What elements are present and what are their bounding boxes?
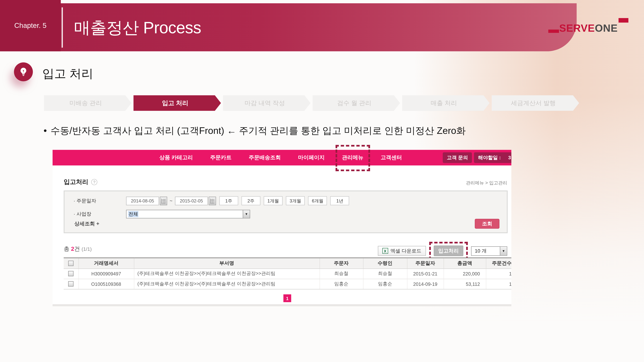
nav-item-order-shipping[interactable]: 주문배송조회 <box>249 154 281 161</box>
cell-total-amount: 53,112 <box>444 279 486 289</box>
pagination-page-1[interactable]: 1 <box>284 294 291 302</box>
date-range-tilde: ~ <box>170 198 172 204</box>
logo-underscore-mark <box>548 30 559 33</box>
dropdown-arrow-icon[interactable]: ▼ <box>243 210 250 218</box>
column-header-statement: 거래명세서 <box>78 258 134 268</box>
bullet-text: •수동/반자동 고객사 입고 처리 (고객Front) ← 주기적 관리를 통한… <box>44 124 466 137</box>
business-site-value: 전체 <box>128 211 138 217</box>
chapter-block: Chapter. 5 <box>0 0 61 51</box>
calendar-icon[interactable] <box>209 196 216 205</box>
cell-statement-id: H3000909497 <box>78 268 134 279</box>
date-from-input[interactable] <box>126 196 159 205</box>
cell-department: (주)테크팩솔루션 이천공장>>(주)테크팩솔루션 이천공장>>관리팀 <box>134 279 320 289</box>
breadcrumb: 관리메뉴 > 입고관리 <box>466 180 507 186</box>
receive-button-highlight-annotation: 입고처리 <box>429 242 468 260</box>
order-date-label: · 주문일자 <box>74 197 126 204</box>
excel-download-label: 엑셀 다운로드 <box>390 247 422 254</box>
column-header-receiver: 수령인 <box>363 258 407 268</box>
section-title: 입고 처리 <box>42 66 93 82</box>
total-suffix: 건 <box>74 246 82 252</box>
column-header-department: 부서명 <box>134 258 320 268</box>
todo-button[interactable]: 해야할일 : 3 <box>474 152 512 163</box>
receive-process-button[interactable]: 입고처리 <box>434 246 463 256</box>
nav-item-admin-menu[interactable]: 관리메뉴 <box>342 154 363 161</box>
process-flow: 미배송 관리 입고 처리 마감 내역 작성 검수 월 관리 매출 처리 세금계산… <box>44 95 579 111</box>
period-button-6month[interactable]: 6개월 <box>308 196 327 205</box>
detail-search-toggle[interactable]: 상세조회 + <box>74 220 99 227</box>
serveone-logo: SERVE ONE <box>548 22 628 34</box>
todo-label: 해야할일 : <box>478 154 501 161</box>
bullet-marker: • <box>44 125 47 136</box>
help-icon[interactable]: ? <box>91 179 97 185</box>
todo-count: 3 <box>508 155 511 160</box>
logo-one-text: ONE <box>595 22 618 34</box>
period-button-3month[interactable]: 3개월 <box>286 196 305 205</box>
result-summary: 총 2건 (1/1) <box>64 246 92 253</box>
cell-order-date: 2015-01-21 <box>407 268 444 279</box>
process-step-inspection: 검수 월 관리 <box>312 95 400 111</box>
select-all-checkbox[interactable] <box>68 261 74 266</box>
column-header-orderer: 주문자 <box>320 258 363 268</box>
period-button-1month[interactable]: 1개월 <box>264 196 283 205</box>
column-header-order-date: 주문일자 <box>407 258 444 268</box>
process-step-tax-invoice: 세금계산서 발행 <box>492 95 579 111</box>
cell-statement-id: O1005109368 <box>78 279 134 289</box>
period-button-1week[interactable]: 1주 <box>219 196 238 205</box>
cell-order-count: 1 <box>486 268 511 279</box>
business-site-select[interactable]: 전체 ▼ <box>126 210 250 218</box>
nav-item-customer-center[interactable]: 고객센터 <box>380 154 402 161</box>
cell-order-date: 2014-09-19 <box>407 279 444 289</box>
total-prefix: 총 <box>64 246 71 252</box>
dropdown-arrow-icon[interactable]: ▼ <box>500 247 507 255</box>
cell-department: (주)테크팩솔루션 이천공장>>(주)테크팩솔루션 이천공장>>관리팀 <box>134 268 320 279</box>
nav-item-mypage[interactable]: 마이페이지 <box>298 154 325 161</box>
period-button-2week[interactable]: 2주 <box>242 196 260 205</box>
site-nav-bar: 상품 카테고리 주문카트 주문배송조회 마이페이지 관리메뉴 고객센터 고객 문… <box>52 150 512 166</box>
process-step-unshipped: 미배송 관리 <box>44 95 132 111</box>
select-all-header <box>64 258 78 268</box>
order-date-row: · 주문일자 ~ 1주 2주 1개월 3개월 6개월 1년 <box>74 196 349 205</box>
row-checkbox[interactable] <box>68 281 74 287</box>
cell-orderer: 임홍순 <box>320 279 363 289</box>
table-row: H3000909497 (주)테크팩솔루션 이천공장>>(주)테크팩솔루션 이천… <box>64 268 512 279</box>
page-size-value: 10 개 <box>475 247 486 254</box>
column-header-order-count: 주문건수 <box>486 258 511 268</box>
date-to-input[interactable] <box>175 196 208 205</box>
results-table: 거래명세서 부서명 주문자 수령인 주문일자 총금액 주문건수 H3000909… <box>64 257 512 289</box>
chapter-label: Chapter. 5 <box>14 21 46 30</box>
cell-orderer: 최승철 <box>320 268 363 279</box>
nav-item-order-cart[interactable]: 주문카트 <box>210 154 232 161</box>
cell-receiver: 최승철 <box>363 268 407 279</box>
page-size-select[interactable]: 10 개 ▼ <box>471 246 507 256</box>
slide-title: 매출정산 Process <box>74 16 201 39</box>
table-header-row: 거래명세서 부서명 주문자 수령인 주문일자 총금액 주문건수 <box>64 258 512 268</box>
total-count: 2 <box>71 246 74 252</box>
cell-total-amount: 220,000 <box>444 268 486 279</box>
logo-serve-text: SERVE <box>559 22 595 34</box>
period-button-1year[interactable]: 1년 <box>330 196 349 205</box>
excel-download-button[interactable]: X 엑셀 다운로드 <box>378 246 426 256</box>
business-site-label: · 사업장 <box>74 211 126 218</box>
table-row: O1005109368 (주)테크팩솔루션 이천공장>>(주)테크팩솔루션 이천… <box>64 279 512 289</box>
header-divider <box>62 7 63 48</box>
excel-icon: X <box>382 248 388 254</box>
search-button[interactable]: 조회 <box>475 219 500 229</box>
process-step-sales: 매출 처리 <box>402 95 490 111</box>
page-indicator: (1/1) <box>82 246 92 252</box>
business-site-row: · 사업장 전체 ▼ <box>74 210 250 218</box>
customer-inquiry-button[interactable]: 고객 문의 <box>443 152 472 163</box>
logo-corner-mark <box>618 18 628 23</box>
lightbulb-icon <box>14 62 33 81</box>
nav-items: 상품 카테고리 주문카트 주문배송조회 마이페이지 관리메뉴 고객센터 <box>159 154 402 161</box>
web-screenshot: 상품 카테고리 주문카트 주문배송조회 마이페이지 관리메뉴 고객센터 고객 문… <box>52 150 512 306</box>
process-step-receiving: 입고 처리 <box>134 95 221 111</box>
row-checkbox[interactable] <box>68 271 74 277</box>
filter-panel: · 주문일자 ~ 1주 2주 1개월 3개월 6개월 1년 · 사업장 전체 ▼ <box>64 190 508 233</box>
cell-order-count: 1 <box>486 279 511 289</box>
column-header-total-amount: 총금액 <box>444 258 486 268</box>
page-title: 입고처리 ? <box>64 178 98 186</box>
cell-receiver: 임홍순 <box>363 279 407 289</box>
nav-item-product-category[interactable]: 상품 카테고리 <box>159 154 193 161</box>
screenshot-bottom-edge <box>52 304 512 306</box>
calendar-icon[interactable] <box>160 196 167 205</box>
